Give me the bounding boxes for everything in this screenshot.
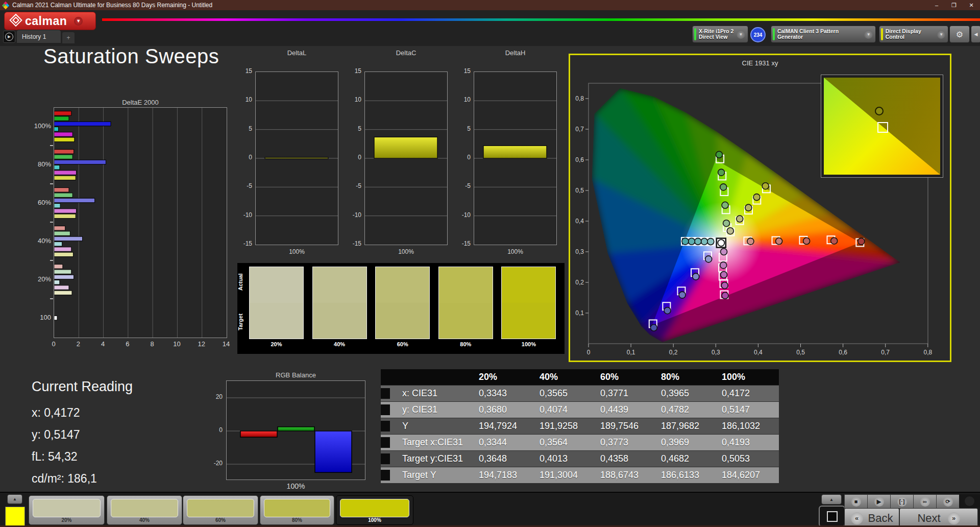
deltae-bar-20%-2	[54, 275, 74, 279]
table-cell: 0,4358	[596, 453, 657, 464]
deltae-bar-80%-2	[54, 160, 106, 164]
cie-measured-yellow	[762, 183, 769, 189]
reading-line: x: 0,4172	[32, 406, 80, 420]
single-measure-button[interactable]: [·]	[890, 494, 914, 509]
measured-point-marker	[875, 107, 884, 115]
table-cell: 0,3343	[475, 388, 535, 399]
cie-measured-magenta	[721, 282, 728, 289]
table-cell: 194,7183	[475, 470, 535, 481]
continuous-measure-button[interactable]: ∞	[913, 494, 937, 509]
rgb-ytick: 0	[207, 426, 223, 434]
cie-measured-yellow	[745, 204, 752, 211]
deltaH-ytick: -10	[455, 211, 471, 219]
table-cell: 0,4172	[718, 388, 778, 399]
deltae-bar-100%-4	[54, 132, 72, 137]
pattern-button-80%[interactable]: 80%	[260, 495, 334, 525]
tab-scroll-button[interactable]: ▶	[3, 31, 15, 43]
deltae-ytick: 100	[29, 314, 51, 321]
table-row-label: Target Y	[381, 470, 475, 481]
table-cell: 0,3773	[596, 437, 657, 448]
deltae-bar-100%-2	[54, 122, 111, 126]
swatch-label: 100%	[501, 341, 556, 347]
cie-measured-red	[858, 238, 865, 245]
swatch-label: 60%	[375, 341, 430, 347]
svg-text:0,5: 0,5	[796, 349, 805, 356]
stop-pattern-button[interactable]	[819, 506, 845, 527]
next-button[interactable]: Next »	[899, 508, 978, 527]
table-cell: 191,3004	[535, 470, 596, 481]
stop-icon: ■	[851, 497, 861, 507]
target-label: Target	[237, 322, 243, 330]
table-cell: 0,4074	[535, 404, 596, 415]
frame-step-icon: [·]	[897, 497, 907, 507]
deltaH-ytick: 10	[455, 96, 471, 103]
svg-text:0,8: 0,8	[923, 349, 932, 356]
page-title: Saturation Sweeps	[43, 45, 219, 68]
swatch-label: 20%	[249, 341, 304, 347]
refresh-measure-button[interactable]: ⟳	[936, 494, 960, 509]
meter-panel-up-button[interactable]: ▲	[821, 494, 842, 505]
deltaC-ytick: 10	[346, 96, 361, 103]
back-button[interactable]: « Back	[844, 508, 899, 527]
deltaL-ytick: 0	[237, 154, 252, 161]
chevron-down-icon: ▼	[737, 30, 745, 39]
tab-history-1[interactable]: History 1	[16, 30, 61, 43]
cie-measured-cyan	[707, 238, 714, 245]
deltae-bar-80%-0	[54, 150, 74, 154]
deltaL-xlabel: 100%	[255, 248, 338, 255]
swatch-label: 40%	[312, 341, 367, 347]
svg-text:0,4: 0,4	[754, 349, 763, 356]
meter-count-badge[interactable]: 234	[750, 27, 766, 42]
meter-selector[interactable]: X-Rite i1Pro 2Direct View ▼	[692, 26, 748, 43]
spectrum-divider	[102, 18, 980, 21]
deltae-bar-80%-5	[54, 176, 76, 180]
table-cell: 186,1032	[718, 421, 778, 432]
settings-button[interactable]: ⚙	[949, 26, 970, 43]
app-icon	[3, 2, 9, 9]
cie-measured-green	[716, 151, 722, 158]
calman-logo-icon	[9, 14, 23, 28]
maximize-icon[interactable]: ❐	[945, 0, 963, 10]
chevron-double-left-icon: «	[851, 512, 863, 524]
deltae-ytick: 100%	[29, 122, 51, 130]
deltae-bar-40%-1	[54, 231, 70, 236]
deltae-xtick: 0	[46, 340, 61, 348]
cie-measured-cyan	[682, 238, 689, 245]
deltae-bar-20%-0	[54, 265, 63, 269]
pattern-preview-swatch	[5, 507, 25, 526]
pattern-button-40%[interactable]: 40%	[107, 495, 182, 525]
pattern-button-60%[interactable]: 60%	[183, 495, 258, 525]
pattern-scroll-up-button[interactable]: ▲	[7, 494, 22, 504]
deltae-bar-60%-5	[54, 214, 76, 219]
stop-measure-button[interactable]: ■	[844, 494, 868, 509]
deltae-bar-60%-2	[54, 198, 95, 203]
swatch-100%	[501, 267, 556, 339]
display-status-indicator	[881, 28, 883, 40]
calman-menu-button[interactable]: calman ▼	[4, 12, 96, 30]
play-measure-button[interactable]: ▶	[867, 494, 891, 509]
pattern-button-100%[interactable]: 100%	[336, 495, 413, 525]
display-control-selector[interactable]: Direct Display Control ▼	[879, 26, 948, 43]
deltae-bar-20%-4	[54, 285, 69, 290]
source-selector[interactable]: CalMAN Client 3 Pattern Generator ▼	[771, 26, 876, 43]
swatch-actual	[376, 267, 429, 303]
deltaL-chart	[255, 71, 338, 245]
minimize-icon[interactable]: –	[928, 0, 945, 10]
table-cell: 0,3771	[596, 388, 657, 399]
close-icon[interactable]: ✕	[963, 0, 980, 10]
swatch-label: 80%	[438, 341, 493, 347]
deltaH-title: DeltaH	[474, 49, 557, 57]
chevron-down-icon: ▼	[74, 17, 83, 26]
svg-text:0,5: 0,5	[575, 187, 584, 194]
collapse-panel-button[interactable]: ◀	[971, 26, 980, 43]
rgb-ytick: 20	[207, 393, 223, 400]
swatch-target	[313, 303, 366, 339]
add-tab-button[interactable]: +	[62, 32, 75, 44]
pattern-button-20%[interactable]: 20%	[29, 495, 105, 525]
pattern-label: 20%	[29, 517, 104, 523]
table-cell: 184,6207	[718, 470, 778, 481]
table-row-label: x: CIE31	[381, 388, 475, 399]
deltae-bar-100%-3	[54, 127, 58, 132]
source-status-indicator	[773, 28, 775, 40]
deltaH-ytick: -5	[455, 182, 471, 189]
